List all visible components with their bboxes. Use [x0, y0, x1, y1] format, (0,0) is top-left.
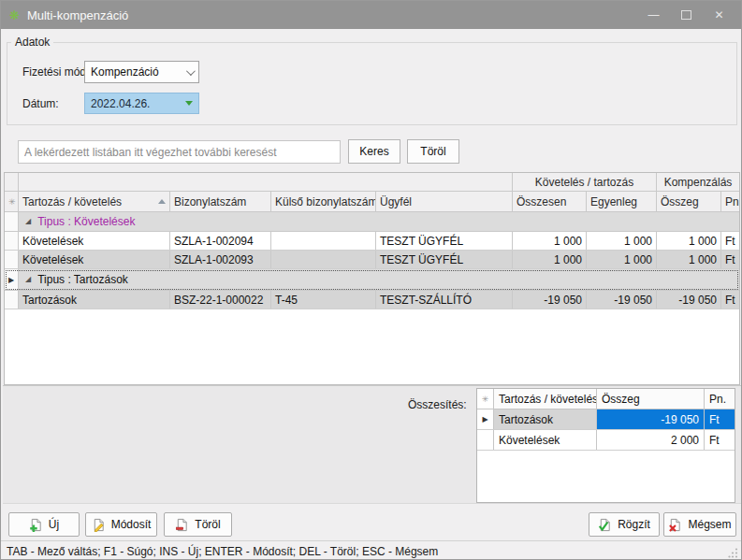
resize-grip[interactable] [728, 548, 738, 558]
cell-external-docnumber[interactable] [271, 232, 376, 250]
table-row[interactable]: Tartozások BSZ-22-1-000022 T-45 TESZT-SZ… [5, 291, 739, 309]
cell-type[interactable]: Tartozások [19, 291, 170, 309]
band-indicator-cell [5, 173, 19, 191]
cell-docnumber[interactable]: SZLA-1-002094 [170, 232, 271, 250]
group-content: ◢ Tipus : Követelések [19, 212, 739, 231]
column-header-external-docnumber[interactable]: Külső bizonylatszám [271, 192, 376, 211]
cell-docnumber[interactable]: SZLA-1-002093 [170, 251, 271, 268]
cell-external-docnumber[interactable] [271, 251, 376, 268]
band-compensation[interactable]: Kompenzálás [657, 173, 739, 191]
edit-button-label: Módosít [111, 518, 152, 531]
cell-balance[interactable]: 1 000 [587, 251, 657, 268]
clear-search-button[interactable]: Töröl [407, 139, 459, 164]
column-header-amount[interactable]: Összeg [657, 192, 721, 211]
cell-type[interactable]: Követelések [19, 232, 170, 250]
summary-panel: Összesítés: ✳ Tartozás / követelés Össze… [3, 385, 741, 504]
collapse-group-icon[interactable]: ◢ [25, 218, 31, 225]
cell-total[interactable]: 1 000 [513, 251, 587, 268]
delete-document-icon [175, 518, 189, 532]
focused-row-icon: ▶ [8, 276, 14, 284]
column-header-customer[interactable]: Ügyfél [376, 192, 513, 211]
collapse-group-icon[interactable]: ◢ [25, 276, 31, 283]
cell-customer[interactable]: TESZT ÜGYFÉL [376, 251, 513, 268]
compensation-grid: Követelés / tartozás Kompenzálás ✳ Tarto… [4, 172, 740, 385]
cell-balance[interactable]: -19 050 [587, 291, 657, 309]
new-button[interactable]: Új [8, 512, 80, 537]
header-indicator-cell: ✳ [5, 192, 19, 211]
close-icon: ✕ [714, 8, 723, 22]
summary-cell-amount[interactable]: -19 050 [597, 409, 705, 429]
date-picker[interactable]: 2022.04.26. [84, 93, 199, 114]
cancel-button[interactable]: Mégsem [663, 512, 736, 537]
table-row[interactable]: Követelések SZLA-1-002093 TESZT ÜGYFÉL 1… [5, 251, 739, 269]
title-bar[interactable]: ❋ Multi-kompenzáció — ✕ [1, 1, 741, 29]
close-button[interactable]: ✕ [703, 1, 735, 29]
summary-label: Összesítés: [408, 398, 467, 411]
band-claim-debt[interactable]: Követelés / tartozás [513, 173, 657, 191]
row-indicator-cell: ▶ [477, 409, 494, 429]
summary-row[interactable]: Követelések 2 000 Ft [477, 430, 735, 451]
maximize-icon [681, 10, 691, 20]
new-row-icon: ✳ [8, 197, 16, 207]
summary-cell-amount[interactable]: 2 000 [597, 430, 705, 450]
cell-balance[interactable]: 1 000 [587, 232, 657, 250]
summary-cell-currency[interactable]: Ft [705, 409, 735, 429]
summary-grid: ✳ Tartozás / követelés Összeg Pn. ▶ Tart… [476, 388, 735, 503]
group-row-tartozasok[interactable]: ▶ ◢ Tipus : Tartozások [5, 269, 739, 291]
edit-pencil-icon [92, 518, 106, 532]
chevron-down-icon [186, 66, 196, 76]
cell-amount[interactable]: 1 000 [657, 251, 721, 268]
search-input[interactable] [18, 140, 341, 164]
column-header-balance[interactable]: Egyenleg [587, 192, 657, 211]
minimize-button[interactable]: — [637, 1, 670, 29]
cell-customer[interactable]: TESZT ÜGYFÉL [376, 232, 513, 250]
window-title: Multi-kompenzáció [27, 8, 128, 22]
cell-total[interactable]: 1 000 [513, 232, 587, 250]
summary-column-currency[interactable]: Pn. [705, 389, 735, 409]
new-button-label: Új [49, 518, 59, 531]
band-empty-cell [19, 173, 513, 191]
group-label: Tipus : Tartozások [37, 273, 128, 286]
summary-row[interactable]: ▶ Tartozások -19 050 Ft [477, 409, 735, 430]
save-button-label: Rögzít [618, 518, 650, 531]
table-row[interactable]: Követelések SZLA-1-002094 TESZT ÜGYFÉL 1… [5, 232, 739, 251]
app-icon: ❋ [9, 9, 20, 22]
summary-column-type[interactable]: Tartozás / követelés [494, 389, 597, 409]
cell-currency[interactable]: Ft [721, 251, 739, 268]
column-header-docnumber[interactable]: Bizonylatszám [170, 192, 271, 211]
summary-empty-area [477, 451, 735, 502]
cell-external-docnumber[interactable]: T-45 [271, 291, 376, 309]
column-header-total[interactable]: Összesen [513, 192, 587, 211]
cell-amount[interactable]: 1 000 [657, 232, 721, 250]
summary-cell-type[interactable]: Követelések [494, 430, 597, 450]
summary-cell-type[interactable]: Tartozások [494, 409, 597, 429]
cell-docnumber[interactable]: BSZ-22-1-000022 [170, 291, 271, 309]
payment-method-value: Kompenzáció [91, 65, 159, 79]
date-label: Dátum: [22, 97, 59, 110]
summary-column-amount[interactable]: Összeg [597, 389, 705, 409]
maximize-button[interactable] [670, 1, 703, 29]
group-content: ◢ Tipus : Tartozások [19, 269, 739, 290]
column-header-type[interactable]: Tartozás / követelés [19, 192, 170, 211]
edit-button[interactable]: Módosít [85, 512, 157, 537]
cell-currency[interactable]: Ft [721, 232, 739, 250]
search-button[interactable]: Keres [348, 139, 400, 164]
row-indicator-cell: ▶ [5, 269, 19, 290]
group-row-kovetelesek[interactable]: ◢ Tipus : Követelések [5, 212, 739, 232]
grid-empty-area [5, 309, 739, 384]
grid-header-row: ✳ Tartozás / követelés Bizonylatszám Kül… [5, 192, 739, 212]
cell-currency[interactable]: Ft [721, 291, 739, 309]
payment-method-combobox[interactable]: Kompenzáció [84, 61, 199, 83]
save-button[interactable]: Rögzít [589, 512, 660, 537]
cell-total[interactable]: -19 050 [513, 291, 587, 309]
cancel-button-label: Mégsem [688, 518, 731, 531]
status-bar: TAB - Mező váltás; F1 - Súgó; INS - Új; … [1, 540, 741, 560]
delete-button[interactable]: Töröl [164, 512, 232, 537]
cell-type[interactable]: Követelések [19, 251, 170, 268]
cell-amount[interactable]: -19 050 [657, 291, 721, 309]
column-header-currency[interactable]: Pn. [721, 192, 739, 211]
summary-cell-currency[interactable]: Ft [705, 430, 735, 450]
cancel-x-icon [668, 518, 682, 532]
row-indicator-cell [5, 232, 19, 250]
cell-customer[interactable]: TESZT-SZÁLLÍTÓ [376, 291, 513, 309]
